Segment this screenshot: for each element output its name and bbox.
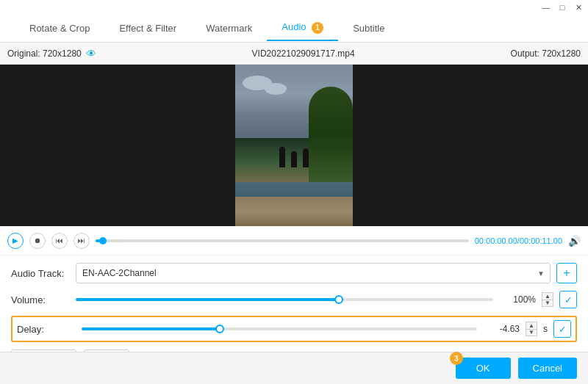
- delay-value: -4.63: [483, 324, 520, 334]
- beach-scene: [279, 147, 309, 167]
- add-audio-track-button[interactable]: +: [556, 263, 577, 283]
- tree-layer: [309, 87, 353, 182]
- volume-thumb[interactable]: [334, 295, 343, 304]
- volume-row: Volume: 100% ▲ ▼ ✓: [11, 291, 577, 308]
- badge-3: 3: [450, 352, 463, 365]
- progress-bar[interactable]: [96, 239, 469, 242]
- original-resolution: Original: 720x1280: [7, 48, 82, 59]
- sand-layer: [235, 197, 353, 226]
- volume-stepper[interactable]: ▲ ▼: [542, 292, 553, 307]
- time-display: 00:00:00.00/00:00:11.00: [475, 236, 562, 245]
- person-silhouette-2: [291, 151, 297, 167]
- title-bar: — □ ✕: [0, 0, 588, 15]
- delay-up-button[interactable]: ▲: [526, 322, 537, 329]
- maximize-button[interactable]: □: [557, 2, 567, 12]
- playback-bar: ▶ ⏺ ⏮ ⏭ 00:00:00.00/00:00:11.00 🔊: [0, 226, 588, 256]
- audio-track-select[interactable]: EN-AAC-2Channel: [76, 263, 551, 283]
- video-frame: [235, 65, 353, 226]
- volume-slider[interactable]: [76, 298, 493, 301]
- volume-fill: [76, 298, 339, 301]
- volume-value: 100%: [499, 294, 536, 305]
- tab-rotate[interactable]: Rotate & Crop: [15, 17, 104, 40]
- tab-audio[interactable]: Audio 1: [267, 15, 338, 41]
- volume-icon[interactable]: 🔊: [568, 235, 581, 247]
- delay-label: Delay:: [17, 324, 76, 335]
- tab-subtitle[interactable]: Subtitle: [338, 17, 399, 40]
- play-button[interactable]: ▶: [7, 233, 24, 249]
- person-silhouette-1: [279, 147, 285, 167]
- output-resolution: Output: 720x1280: [511, 48, 581, 59]
- tab-watermark[interactable]: Watermark: [191, 17, 267, 40]
- footer: 3 OK Cancel: [0, 352, 588, 384]
- delay-stepper[interactable]: ▲ ▼: [526, 322, 537, 336]
- tab-effect[interactable]: Effect & Filter: [104, 17, 191, 40]
- person-silhouette-3: [303, 148, 309, 167]
- volume-up-button[interactable]: ▲: [542, 292, 553, 300]
- cancel-button[interactable]: Cancel: [518, 358, 577, 379]
- delay-fill: [82, 327, 220, 330]
- delay-slider[interactable]: [82, 327, 477, 330]
- audio-tab-badge: 1: [312, 22, 323, 34]
- delay-down-button[interactable]: ▼: [526, 329, 537, 336]
- audio-track-select-wrapper[interactable]: EN-AAC-2Channel ▼: [76, 263, 551, 283]
- ok-button[interactable]: 3 OK: [456, 358, 511, 379]
- delay-confirm-button[interactable]: ✓: [553, 320, 571, 338]
- minimize-button[interactable]: —: [541, 2, 551, 12]
- delay-thumb[interactable]: [215, 325, 224, 333]
- delay-row: Delay: -4.63 ▲ ▼ s ✓: [11, 316, 577, 342]
- audio-track-label: Audio Track:: [11, 268, 70, 279]
- volume-confirm-button[interactable]: ✓: [559, 291, 577, 308]
- stop-button[interactable]: ⏺: [29, 233, 46, 249]
- volume-down-button[interactable]: ▼: [542, 300, 553, 307]
- tab-bar: Rotate & Crop Effect & Filter Watermark …: [0, 15, 588, 43]
- volume-label: Volume:: [11, 294, 70, 305]
- progress-thumb[interactable]: [99, 237, 107, 244]
- audio-track-row: Audio Track: EN-AAC-2Channel ▼ +: [11, 263, 577, 283]
- filename: VID20221029091717.mp4: [252, 48, 355, 59]
- close-button[interactable]: ✕: [573, 2, 584, 12]
- cloud-2: [265, 83, 287, 95]
- delay-unit: s: [543, 324, 548, 334]
- prev-frame-button[interactable]: ⏮: [51, 233, 68, 249]
- preview-eye-icon[interactable]: 👁: [86, 48, 96, 59]
- next-frame-button[interactable]: ⏭: [74, 233, 90, 249]
- info-bar: Original: 720x1280 👁 VID20221029091717.m…: [0, 43, 588, 65]
- video-preview-area: [0, 65, 588, 226]
